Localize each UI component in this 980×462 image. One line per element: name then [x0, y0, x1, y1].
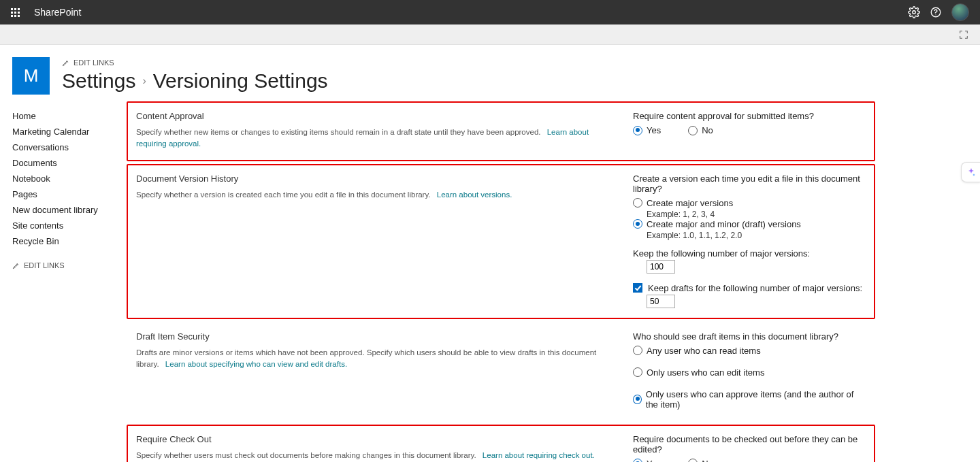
learn-link[interactable]: Learn about versions.: [437, 191, 512, 199]
section-title: Content Approval: [136, 111, 612, 121]
question-label: Who should see draft items in this docum…: [633, 331, 866, 342]
chevron-right-icon: ›: [142, 75, 146, 87]
radio-minor-versions[interactable]: Create major and minor (draft) versions: [633, 219, 866, 229]
edit-links-label: EDIT LINKS: [24, 261, 65, 269]
radio-input[interactable]: [633, 459, 642, 462]
radio-yes[interactable]: Yes: [633, 125, 661, 135]
learn-link[interactable]: Learn about specifying who can view and …: [165, 360, 347, 368]
nav-item[interactable]: Recycle Bin: [12, 233, 113, 249]
radio-approve-users[interactable]: Only users who can approve items (and th…: [633, 389, 866, 410]
section-draft-security: Draft Item Security Drafts are minor ver…: [127, 322, 875, 422]
nav-item[interactable]: Marketing Calendar: [12, 124, 113, 139]
radio-input[interactable]: [688, 126, 698, 135]
page-title: Versioning Settings: [153, 69, 328, 92]
page-header: M EDIT LINKS Settings › Versioning Setti…: [12, 57, 973, 95]
avatar[interactable]: [951, 3, 969, 21]
radio-input[interactable]: [633, 219, 642, 229]
nav-item[interactable]: Pages: [12, 186, 113, 202]
draft-versions-input[interactable]: [647, 295, 675, 308]
svg-point-2: [935, 14, 936, 15]
page-body: M EDIT LINKS Settings › Versioning Setti…: [0, 45, 980, 462]
app-launcher-icon[interactable]: [5, 3, 24, 22]
nav-item[interactable]: Notebook: [12, 171, 113, 186]
keep-drafts-checkbox[interactable]: [633, 283, 642, 293]
keep-major-label: Keep the following number of major versi…: [633, 248, 866, 259]
breadcrumb: Settings › Versioning Settings: [62, 69, 328, 92]
site-logo[interactable]: M: [12, 57, 50, 95]
left-nav: Home Marketing Calendar Conversations Do…: [12, 101, 113, 462]
question-label: Require documents to be checked out befo…: [633, 434, 866, 455]
radio-input[interactable]: [633, 346, 642, 355]
nav-item[interactable]: Documents: [12, 155, 113, 171]
pencil-icon: [12, 262, 20, 269]
radio-no[interactable]: No: [688, 459, 713, 463]
waffle-icon: [11, 8, 20, 17]
section-desc: Specify whether a version is created eac…: [136, 189, 612, 201]
radio-edit-users[interactable]: Only users who can edit items: [633, 367, 866, 378]
nav-item[interactable]: Home: [12, 108, 113, 124]
section-content-approval: Content Approval Specify whether new ite…: [127, 101, 875, 161]
section-title: Draft Item Security: [136, 331, 612, 342]
major-versions-input[interactable]: [647, 260, 675, 274]
radio-any-user[interactable]: Any user who can read items: [633, 346, 866, 356]
question-label: Create a version each time you edit a fi…: [633, 174, 866, 194]
radio-input[interactable]: [633, 126, 642, 135]
example-text: Example: 1.0, 1.1, 1.2, 2.0: [647, 231, 866, 240]
section-desc: Specify whether new items or changes to …: [136, 127, 612, 150]
learn-link[interactable]: Learn about requiring check out.: [483, 451, 595, 459]
svg-point-0: [913, 11, 916, 14]
radio-input[interactable]: [688, 459, 698, 462]
brand-label[interactable]: SharePoint: [34, 7, 81, 18]
section-check-out: Require Check Out Specify whether users …: [127, 425, 875, 463]
settings-content: Content Approval Specify whether new ite…: [127, 101, 882, 462]
edit-links-label: EDIT LINKS: [74, 59, 114, 67]
nav-item[interactable]: Site contents: [12, 218, 113, 233]
suite-bar: SharePoint: [0, 0, 980, 24]
edit-links-bottom[interactable]: EDIT LINKS: [12, 261, 113, 269]
radio-major-versions[interactable]: Create major versions: [633, 198, 866, 208]
question-label: Require content approval for submitted i…: [633, 111, 866, 121]
radio-no[interactable]: No: [688, 125, 713, 135]
section-desc: Specify whether users must check out doc…: [136, 450, 612, 461]
edit-links-top[interactable]: EDIT LINKS: [62, 59, 328, 67]
radio-yes[interactable]: Yes: [633, 459, 661, 463]
copilot-badge[interactable]: [961, 162, 980, 182]
section-title: Document Version History: [136, 174, 612, 184]
radio-input[interactable]: [633, 395, 642, 404]
keep-drafts-label: Keep drafts for the following number of …: [648, 283, 862, 293]
example-text: Example: 1, 2, 3, 4: [647, 210, 866, 219]
focus-content-icon[interactable]: [958, 29, 969, 40]
nav-item[interactable]: New document library: [12, 202, 113, 218]
help-icon[interactable]: [930, 6, 942, 18]
radio-input[interactable]: [633, 198, 642, 208]
radio-input[interactable]: [633, 367, 642, 377]
breadcrumb-settings[interactable]: Settings: [62, 69, 135, 92]
ribbon-bar: [0, 24, 980, 45]
gear-icon[interactable]: [908, 6, 920, 18]
section-title: Require Check Out: [136, 434, 612, 444]
section-desc: Drafts are minor versions or items which…: [136, 347, 612, 371]
pencil-icon: [62, 59, 69, 67]
nav-item[interactable]: Conversations: [12, 139, 113, 155]
section-version-history: Document Version History Specify whether…: [127, 164, 875, 319]
sparkle-icon: [966, 167, 977, 178]
